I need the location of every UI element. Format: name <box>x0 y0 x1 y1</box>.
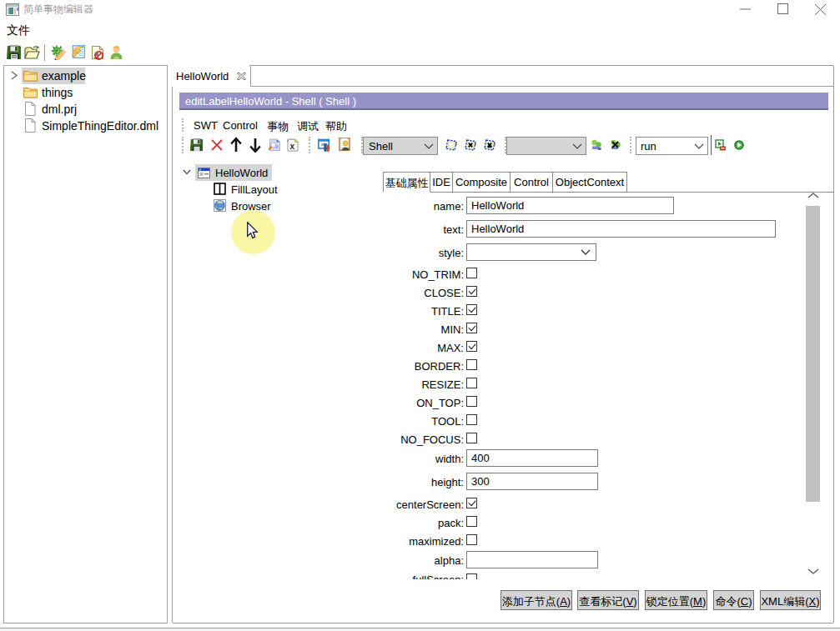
svg-text:x: x <box>289 142 294 151</box>
